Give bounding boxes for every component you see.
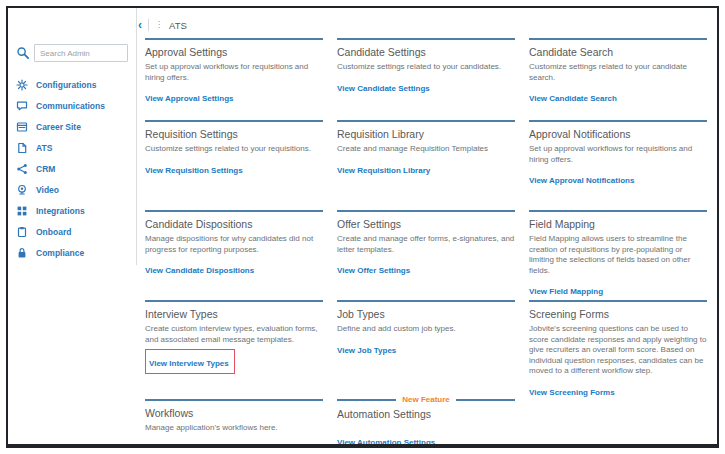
sidebar-item-integrations[interactable]: Integrations [16, 200, 136, 221]
document-icon [16, 142, 28, 154]
card-description: Customize settings related to your candi… [337, 62, 515, 73]
card-title: Candidate Settings [337, 46, 515, 58]
settings-card-grid: Approval Settings Set up approval workfl… [145, 38, 707, 448]
card-description: Set up approval workflows for requisitio… [145, 62, 323, 83]
sidebar-item-onboard[interactable]: Onboard [16, 221, 136, 242]
sidebar-nav: Configurations Communications Career Sit… [16, 74, 136, 263]
view-offer-settings-link[interactable]: View Offer Settings [337, 266, 410, 275]
card-title: Workflows [145, 407, 323, 419]
sidebar-item-label: Integrations [36, 206, 85, 216]
card-approval-settings: Approval Settings Set up approval workfl… [145, 38, 323, 120]
card-description: Customize settings related to your requi… [145, 144, 323, 155]
admin-sidebar: Configurations Communications Career Sit… [8, 8, 136, 444]
lock-icon [16, 247, 28, 259]
sidebar-item-configurations[interactable]: Configurations [16, 74, 136, 95]
view-interview-types-link[interactable]: View Interview Types [149, 359, 229, 368]
highlight-box: View Interview Types [145, 349, 235, 374]
admin-search [16, 44, 136, 62]
view-workflows-link[interactable]: View Workflows [145, 444, 206, 448]
card-description: Create custom interview types, evaluatio… [145, 324, 323, 345]
view-field-mapping-link[interactable]: View Field Mapping [529, 287, 603, 296]
breadcrumb: ‹ ⋮ ATS [138, 12, 707, 38]
card-interview-types: Interview Types Create custom interview … [145, 300, 323, 399]
view-candidate-dispositions-link[interactable]: View Candidate Dispositions [145, 266, 254, 275]
card-automation-settings: New Feature Automation Settings View Aut… [337, 399, 515, 448]
search-input[interactable] [34, 44, 128, 62]
card-title: Offer Settings [337, 218, 515, 230]
card-title: Requisition Library [337, 128, 515, 140]
card-approval-notifications: Approval Notifications Set up approval w… [529, 120, 707, 210]
card-title: Automation Settings [337, 408, 515, 420]
view-approval-notifications-link[interactable]: View Approval Notifications [529, 176, 634, 185]
main-content: ‹ ⋮ ATS Approval Settings Set up approva… [136, 8, 717, 444]
new-feature-badge: New Feature [337, 395, 515, 405]
view-screening-forms-link[interactable]: View Screening Forms [529, 388, 615, 397]
chat-icon [16, 100, 28, 112]
view-candidate-settings-link[interactable]: View Candidate Settings [337, 84, 430, 93]
card-title: Field Mapping [529, 218, 707, 230]
clipboard-icon [16, 226, 28, 238]
breadcrumb-dots-icon: ⋮ [155, 21, 163, 29]
view-approval-settings-link[interactable]: View Approval Settings [145, 94, 233, 103]
sidebar-divider [136, 8, 137, 265]
sidebar-item-career-site[interactable]: Career Site [16, 116, 136, 137]
card-offer-settings: Offer Settings Create and manage offer f… [337, 210, 515, 300]
card-description: Manage dispositions for why candidates d… [145, 234, 323, 255]
sidebar-item-crm[interactable]: CRM [16, 158, 136, 179]
card-description: Set up approval workflows for requisitio… [529, 144, 707, 165]
badge-label: New Feature [402, 395, 450, 404]
card-candidate-settings: Candidate Settings Customize settings re… [337, 38, 515, 120]
browser-icon [16, 121, 28, 133]
card-title: Approval Notifications [529, 128, 707, 140]
card-description: Create and manage Requisition Templates [337, 144, 515, 155]
view-automation-settings-link[interactable]: View Automation Settings [337, 438, 435, 447]
card-title: Screening Forms [529, 308, 707, 320]
sidebar-item-label: Compliance [36, 248, 84, 258]
card-title: Candidate Dispositions [145, 218, 323, 230]
card-title: Job Types [337, 308, 515, 320]
card-title: Interview Types [145, 308, 323, 320]
sidebar-item-ats[interactable]: ATS [16, 137, 136, 158]
share-icon [16, 163, 28, 175]
card-description: Create and manage offer forms, e-signatu… [337, 234, 515, 255]
view-requisition-settings-link[interactable]: View Requisition Settings [145, 166, 243, 175]
breadcrumb-separator [148, 19, 149, 31]
grid-icon [16, 205, 28, 217]
card-description: Customize settings related to your candi… [529, 62, 707, 83]
card-description: Define and add custom job types. [337, 324, 515, 335]
sidebar-item-communications[interactable]: Communications [16, 95, 136, 116]
view-requisition-library-link[interactable]: View Requisition Library [337, 166, 430, 175]
card-title: Candidate Search [529, 46, 707, 58]
app-window: Configurations Communications Career Sit… [6, 6, 719, 448]
card-candidate-dispositions: Candidate Dispositions Manage dispositio… [145, 210, 323, 300]
card-description: Jobvite's screening questions can be use… [529, 324, 707, 377]
sidebar-item-video[interactable]: Video [16, 179, 136, 200]
chevron-left-icon[interactable]: ‹ [138, 19, 142, 31]
card-requisition-settings: Requisition Settings Customize settings … [145, 120, 323, 210]
card-requisition-library: Requisition Library Create and manage Re… [337, 120, 515, 210]
view-candidate-search-link[interactable]: View Candidate Search [529, 94, 617, 103]
card-job-types: Job Types Define and add custom job type… [337, 300, 515, 399]
sidebar-item-label: ATS [36, 143, 52, 153]
card-field-mapping: Field Mapping Field Mapping allows users… [529, 210, 707, 300]
card-description: Field Mapping allows users to streamline… [529, 234, 707, 276]
sidebar-item-label: Video [36, 185, 59, 195]
sidebar-item-compliance[interactable]: Compliance [16, 242, 136, 263]
card-description: Manage application's workflows here. [145, 423, 323, 434]
card-candidate-search: Candidate Search Customize settings rela… [529, 38, 707, 120]
card-screening-forms: Screening Forms Jobvite's screening ques… [529, 300, 707, 399]
gear-icon [16, 79, 28, 91]
badge-line-left [337, 399, 396, 401]
webcam-icon [16, 184, 28, 196]
page-title: ATS [169, 20, 187, 31]
sidebar-item-label: Communications [36, 101, 105, 111]
view-job-types-link[interactable]: View Job Types [337, 346, 396, 355]
card-title: Requisition Settings [145, 128, 323, 140]
card-title: Approval Settings [145, 46, 323, 58]
sidebar-item-label: Configurations [36, 80, 96, 90]
card-workflows: Workflows Manage application's workflows… [145, 399, 323, 448]
sidebar-item-label: CRM [36, 164, 55, 174]
search-icon [16, 46, 30, 60]
sidebar-item-label: Onboard [36, 227, 71, 237]
badge-line-right [456, 399, 515, 401]
